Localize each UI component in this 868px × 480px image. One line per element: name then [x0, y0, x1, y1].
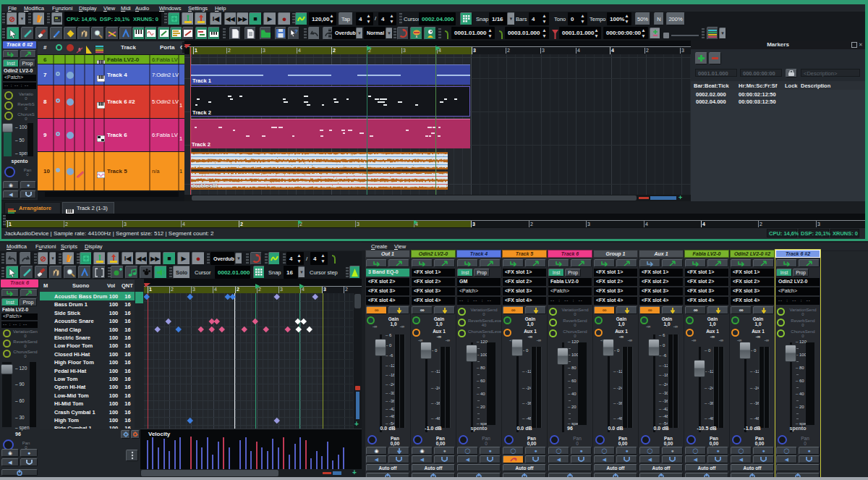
- svg-text:?: ?: [294, 29, 298, 35]
